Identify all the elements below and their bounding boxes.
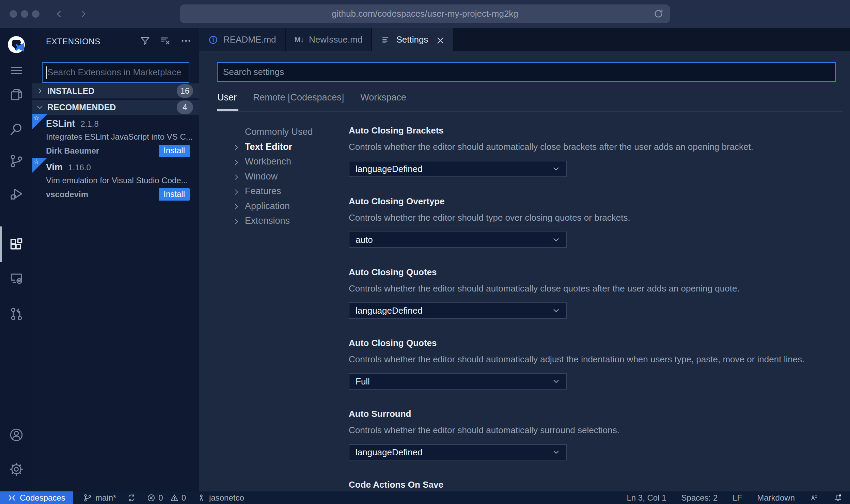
toc-commonly-used[interactable]: Commonly Used [233, 125, 335, 140]
cursor-position[interactable]: Ln 3, Col 1 [619, 493, 674, 503]
toc-workbench[interactable]: Workbench [233, 154, 335, 169]
install-button[interactable]: Install [159, 145, 190, 157]
scope-tab-workspace[interactable]: Workspace [360, 92, 406, 103]
remote-icon [7, 493, 16, 502]
chevron-right-icon [233, 173, 240, 180]
setting-auto-closing-quotes: Auto Closing Quotes Controls whether the… [349, 266, 850, 319]
chevron-down-icon [552, 448, 561, 457]
search-icon[interactable] [0, 122, 32, 137]
scope-tab-user[interactable]: User [217, 92, 237, 103]
tab-settings[interactable]: Settings [372, 28, 454, 51]
person-icon [197, 493, 206, 502]
extension-publisher: Dirk Baeumer [46, 146, 99, 156]
settings-search-input[interactable]: Search settings [217, 62, 836, 82]
indentation-indicator[interactable]: Spaces: 2 [674, 493, 725, 503]
setting-dropdown[interactable]: languageDefined [349, 444, 567, 460]
setting-title: Code Actions On Save [349, 479, 850, 490]
account-icon[interactable] [0, 427, 32, 442]
sync-icon [127, 493, 136, 502]
chevron-down-icon [552, 377, 561, 386]
extensions-icon[interactable] [0, 237, 32, 252]
language-mode[interactable]: Markdown [750, 493, 802, 503]
setting-auto-indent: Auto Closing Quotes Controls whether the… [349, 337, 850, 390]
explorer-icon[interactable] [0, 87, 32, 102]
section-recommended[interactable]: RECOMMENDED 4 [32, 100, 199, 115]
status-bar: Codespaces main* 0 0 jasonetco Ln [0, 491, 850, 504]
notifications-button[interactable] [826, 493, 845, 502]
extension-version: 2.1.8 [81, 119, 99, 129]
source-control-icon[interactable] [0, 154, 32, 169]
toc-features[interactable]: Features [233, 184, 335, 199]
toc-application[interactable]: Application [233, 199, 335, 214]
settings-search-placeholder: Search settings [223, 67, 284, 77]
install-button[interactable]: Install [159, 188, 190, 201]
warning-icon [170, 493, 179, 502]
extension-description: Integrates ESLint JavaScript into VS C..… [46, 132, 196, 142]
status-bar-right: Ln 3, Col 1 Spaces: 2 LF Markdown [619, 493, 850, 503]
browser-chrome: github.com/codespaces/user-my-project-mg… [0, 0, 850, 28]
user-indicator[interactable]: jasonetco [191, 491, 250, 504]
section-label: RECOMMENDED [47, 103, 116, 112]
feedback-button[interactable] [802, 493, 826, 502]
maximize-window-button[interactable] [32, 10, 40, 18]
toc-label: Window [245, 171, 278, 182]
forward-button[interactable] [78, 6, 89, 23]
settings-list: Auto Closing Brackets Controls whether t… [349, 125, 850, 504]
clear-filter-icon[interactable] [160, 35, 171, 48]
tab-label: Settings [396, 34, 428, 45]
setting-description: Controls whether the editor should autom… [349, 353, 850, 365]
pull-request-icon[interactable] [0, 306, 32, 321]
branch-icon [83, 493, 92, 502]
scope-tab-remote[interactable]: Remote [Codespaces] [253, 92, 344, 103]
editor-tabs: README.md M↓ NewIssue.md Settings [199, 28, 850, 51]
menu-icon[interactable] [0, 63, 32, 78]
extension-item-eslint[interactable]: ☆ ESLint 2.1.8 Integrates ESLint JavaScr… [32, 114, 199, 158]
toc-text-editor[interactable]: Text Editor [233, 140, 335, 155]
remote-explorer-icon[interactable] [0, 271, 32, 286]
setting-description: Controls whether the editor should autom… [349, 283, 850, 294]
window-controls [10, 10, 40, 18]
toc-window[interactable]: Window [233, 169, 335, 184]
section-installed[interactable]: INSTALLED 16 [32, 83, 199, 98]
settings-gear-icon[interactable] [0, 462, 32, 477]
toc-extensions[interactable]: Extensions [233, 214, 335, 229]
more-actions-icon[interactable] [180, 35, 192, 48]
problems-indicator[interactable]: 0 0 [141, 491, 191, 504]
sync-button[interactable] [122, 491, 141, 504]
section-count-badge: 4 [177, 100, 193, 114]
markdown-icon: M↓ [295, 35, 304, 44]
setting-dropdown[interactable]: Full [349, 373, 567, 390]
remote-label: Codespaces [20, 493, 65, 503]
url-bar[interactable]: github.com/codespaces/user-my-project-mg… [180, 4, 670, 23]
minimize-window-button[interactable] [21, 10, 28, 18]
dropdown-value: languageDefined [356, 305, 423, 316]
close-window-button[interactable] [10, 10, 17, 18]
setting-description: Controls whether the editor should autom… [349, 141, 850, 153]
back-button[interactable] [54, 6, 65, 23]
error-icon [147, 493, 156, 502]
setting-dropdown[interactable]: languageDefined [349, 302, 567, 319]
setting-dropdown[interactable]: auto [349, 232, 567, 248]
run-debug-icon[interactable] [0, 187, 32, 202]
extension-item-vim[interactable]: ☆ Vim 1.16.0 Vim emulation for Visual St… [32, 158, 199, 199]
close-icon[interactable] [435, 35, 444, 44]
filter-icon[interactable] [139, 35, 151, 48]
extensions-search-input[interactable]: Search Extensions in Marketplace [42, 62, 189, 83]
sidebar-header: EXTENSIONS [32, 28, 199, 55]
editor-area: README.md M↓ NewIssue.md Settings [199, 28, 850, 491]
setting-title: Auto Closing Quotes [349, 337, 850, 349]
setting-dropdown[interactable]: languageDefined [349, 161, 567, 177]
refresh-icon[interactable] [653, 8, 664, 19]
remote-indicator[interactable]: Codespaces [0, 491, 73, 504]
tab-newissue[interactable]: M↓ NewIssue.md [286, 28, 372, 51]
screen: github.com/codespaces/user-my-project-mg… [0, 0, 850, 504]
setting-description: Controls whether the editor should type … [349, 212, 850, 223]
eol-indicator[interactable]: LF [725, 493, 750, 503]
setting-auto-surround: Auto Surround Controls whether the edito… [349, 408, 850, 460]
branch-indicator[interactable]: main* [78, 491, 122, 504]
section-label: INSTALLED [47, 86, 94, 96]
dropdown-value: languageDefined [356, 164, 423, 174]
extensions-sidebar: EXTENSIONS Search Extensions in Marketpl… [32, 28, 199, 491]
setting-code-actions-on-save: Code Actions On Save [349, 479, 850, 490]
tab-readme[interactable]: README.md [199, 28, 286, 51]
